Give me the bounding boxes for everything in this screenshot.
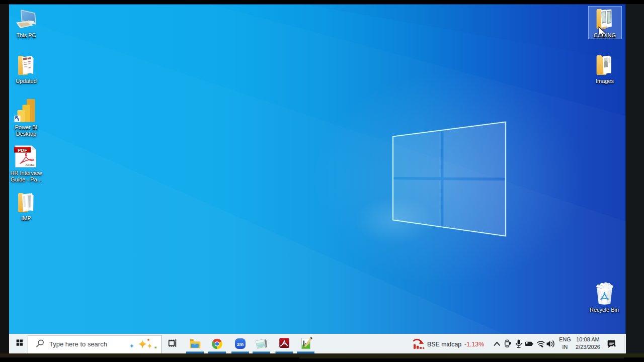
svg-text:-1.13%: -1.13%: [464, 340, 484, 347]
svg-text:Adobe: Adobe: [26, 163, 35, 166]
svg-text:ENG: ENG: [559, 336, 571, 342]
svg-text:zm: zm: [237, 341, 244, 346]
svg-text:PDF: PDF: [18, 147, 27, 153]
svg-text:Type here to search: Type here to search: [49, 340, 107, 347]
svg-text:IN: IN: [562, 344, 568, 350]
svg-text:BSE midcap: BSE midcap: [427, 340, 461, 347]
svg-text:10:08 AM: 10:08 AM: [576, 336, 599, 342]
svg-text:2/23/2026: 2/23/2026: [576, 344, 600, 350]
